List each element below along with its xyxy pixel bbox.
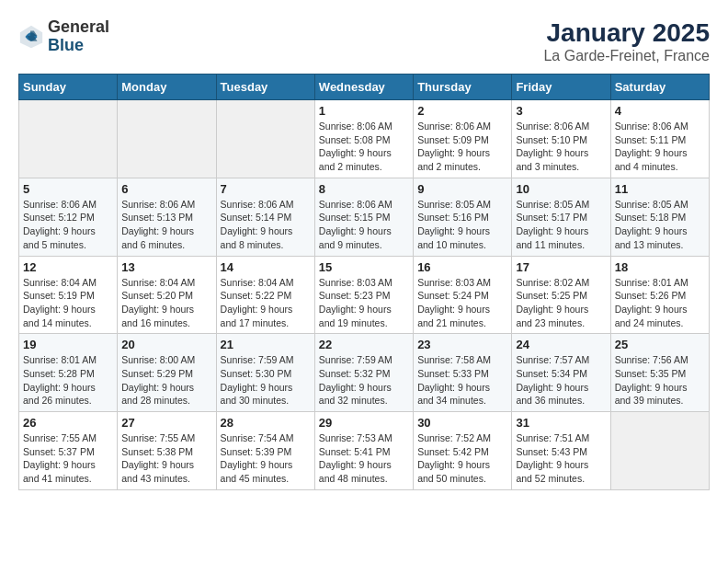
calendar-cell: 26Sunrise: 7:55 AMSunset: 5:37 PMDayligh…	[19, 412, 118, 490]
day-info: Sunrise: 8:04 AMSunset: 5:19 PMDaylight:…	[23, 276, 113, 330]
calendar-cell	[610, 412, 709, 490]
day-info: Sunrise: 7:59 AMSunset: 5:32 PMDaylight:…	[319, 353, 409, 408]
logo: General Blue	[18, 18, 109, 55]
day-info: Sunrise: 8:05 AMSunset: 5:18 PMDaylight:…	[615, 198, 705, 252]
day-info: Sunrise: 8:00 AMSunset: 5:29 PMDaylight:…	[121, 353, 211, 408]
day-info: Sunrise: 7:56 AMSunset: 5:35 PMDaylight:…	[615, 353, 705, 408]
calendar-cell: 12Sunrise: 8:04 AMSunset: 5:19 PMDayligh…	[19, 256, 118, 334]
calendar-cell: 30Sunrise: 7:52 AMSunset: 5:42 PMDayligh…	[414, 412, 512, 490]
day-info: Sunrise: 8:03 AMSunset: 5:24 PMDaylight:…	[417, 276, 507, 330]
day-info: Sunrise: 8:06 AMSunset: 5:13 PMDaylight:…	[121, 198, 211, 252]
day-number: 8	[319, 182, 409, 196]
calendar-cell: 6Sunrise: 8:06 AMSunset: 5:13 PMDaylight…	[118, 178, 216, 256]
calendar-cell: 23Sunrise: 7:58 AMSunset: 5:33 PMDayligh…	[414, 334, 512, 412]
col-header-saturday: Saturday	[610, 75, 709, 100]
day-number: 1	[319, 104, 409, 118]
calendar-cell: 31Sunrise: 7:51 AMSunset: 5:43 PMDayligh…	[512, 412, 610, 490]
day-number: 10	[516, 182, 606, 196]
day-number: 14	[221, 260, 311, 274]
week-row-5: 26Sunrise: 7:55 AMSunset: 5:37 PMDayligh…	[19, 412, 710, 490]
day-info: Sunrise: 8:06 AMSunset: 5:09 PMDaylight:…	[417, 120, 507, 174]
day-number: 31	[516, 416, 606, 430]
day-info: Sunrise: 8:06 AMSunset: 5:08 PMDaylight:…	[319, 120, 409, 174]
calendar-cell	[216, 100, 314, 178]
day-info: Sunrise: 8:06 AMSunset: 5:15 PMDaylight:…	[319, 198, 409, 252]
calendar-cell	[118, 100, 216, 178]
day-number: 24	[516, 338, 606, 351]
day-number: 28	[221, 416, 311, 430]
day-info: Sunrise: 7:53 AMSunset: 5:41 PMDaylight:…	[319, 431, 409, 486]
week-row-4: 19Sunrise: 8:01 AMSunset: 5:28 PMDayligh…	[19, 334, 710, 412]
day-info: Sunrise: 8:06 AMSunset: 5:11 PMDaylight:…	[615, 120, 705, 174]
calendar-cell: 9Sunrise: 8:05 AMSunset: 5:16 PMDaylight…	[414, 178, 512, 256]
day-number: 17	[516, 260, 606, 274]
calendar-header-row: SundayMondayTuesdayWednesdayThursdayFrid…	[19, 75, 710, 100]
col-header-wednesday: Wednesday	[314, 75, 413, 100]
calendar-cell: 2Sunrise: 8:06 AMSunset: 5:09 PMDaylight…	[414, 100, 512, 178]
day-number: 16	[417, 260, 507, 274]
day-info: Sunrise: 8:05 AMSunset: 5:16 PMDaylight:…	[417, 198, 507, 252]
calendar-cell: 29Sunrise: 7:53 AMSunset: 5:41 PMDayligh…	[314, 412, 413, 490]
page-header: General Blue January 2025 La Garde-Frein…	[18, 18, 710, 64]
day-info: Sunrise: 7:52 AMSunset: 5:42 PMDaylight:…	[417, 431, 507, 486]
day-number: 12	[23, 260, 113, 274]
day-info: Sunrise: 8:02 AMSunset: 5:25 PMDaylight:…	[516, 276, 606, 330]
day-number: 29	[319, 416, 409, 430]
day-info: Sunrise: 8:03 AMSunset: 5:23 PMDaylight:…	[319, 276, 409, 330]
calendar-cell: 18Sunrise: 8:01 AMSunset: 5:26 PMDayligh…	[610, 256, 709, 334]
day-number: 7	[221, 182, 311, 196]
day-number: 21	[221, 338, 311, 351]
logo-text: General Blue	[48, 18, 109, 55]
calendar-cell: 1Sunrise: 8:06 AMSunset: 5:08 PMDaylight…	[314, 100, 413, 178]
calendar-cell: 5Sunrise: 8:06 AMSunset: 5:12 PMDaylight…	[19, 178, 118, 256]
calendar-cell: 13Sunrise: 8:04 AMSunset: 5:20 PMDayligh…	[118, 256, 216, 334]
page-title: January 2025	[543, 18, 710, 48]
calendar-cell: 14Sunrise: 8:04 AMSunset: 5:22 PMDayligh…	[216, 256, 314, 334]
day-info: Sunrise: 7:59 AMSunset: 5:30 PMDaylight:…	[221, 353, 311, 408]
day-info: Sunrise: 7:55 AMSunset: 5:37 PMDaylight:…	[23, 431, 113, 486]
day-number: 20	[121, 338, 211, 351]
col-header-sunday: Sunday	[19, 75, 118, 100]
day-number: 19	[23, 338, 113, 351]
calendar-cell: 21Sunrise: 7:59 AMSunset: 5:30 PMDayligh…	[216, 334, 314, 412]
page-subtitle: La Garde-Freinet, France	[543, 48, 710, 64]
week-row-2: 5Sunrise: 8:06 AMSunset: 5:12 PMDaylight…	[19, 178, 710, 256]
day-info: Sunrise: 8:06 AMSunset: 5:10 PMDaylight:…	[516, 120, 606, 174]
calendar-cell: 20Sunrise: 8:00 AMSunset: 5:29 PMDayligh…	[118, 334, 216, 412]
day-number: 11	[615, 182, 705, 196]
calendar-cell: 3Sunrise: 8:06 AMSunset: 5:10 PMDaylight…	[512, 100, 610, 178]
day-number: 25	[615, 338, 705, 351]
day-info: Sunrise: 8:01 AMSunset: 5:28 PMDaylight:…	[23, 353, 113, 408]
week-row-3: 12Sunrise: 8:04 AMSunset: 5:19 PMDayligh…	[19, 256, 710, 334]
col-header-monday: Monday	[118, 75, 216, 100]
calendar-cell: 10Sunrise: 8:05 AMSunset: 5:17 PMDayligh…	[512, 178, 610, 256]
day-info: Sunrise: 8:06 AMSunset: 5:14 PMDaylight:…	[221, 198, 311, 252]
day-info: Sunrise: 8:04 AMSunset: 5:20 PMDaylight:…	[121, 276, 211, 330]
calendar-cell: 28Sunrise: 7:54 AMSunset: 5:39 PMDayligh…	[216, 412, 314, 490]
day-number: 3	[516, 104, 606, 118]
col-header-tuesday: Tuesday	[216, 75, 314, 100]
day-number: 22	[319, 338, 409, 351]
calendar-cell: 15Sunrise: 8:03 AMSunset: 5:23 PMDayligh…	[314, 256, 413, 334]
day-number: 18	[615, 260, 705, 274]
day-number: 9	[417, 182, 507, 196]
day-info: Sunrise: 8:01 AMSunset: 5:26 PMDaylight:…	[615, 276, 705, 330]
calendar-cell	[19, 100, 118, 178]
logo-icon	[18, 24, 44, 50]
calendar-table: SundayMondayTuesdayWednesdayThursdayFrid…	[18, 74, 710, 490]
day-number: 23	[417, 338, 507, 351]
day-number: 5	[23, 182, 113, 196]
day-info: Sunrise: 7:51 AMSunset: 5:43 PMDaylight:…	[516, 431, 606, 486]
day-info: Sunrise: 7:57 AMSunset: 5:34 PMDaylight:…	[516, 353, 606, 408]
calendar-cell: 7Sunrise: 8:06 AMSunset: 5:14 PMDaylight…	[216, 178, 314, 256]
day-info: Sunrise: 8:05 AMSunset: 5:17 PMDaylight:…	[516, 198, 606, 252]
calendar-cell: 4Sunrise: 8:06 AMSunset: 5:11 PMDaylight…	[610, 100, 709, 178]
day-number: 6	[121, 182, 211, 196]
day-info: Sunrise: 8:04 AMSunset: 5:22 PMDaylight:…	[221, 276, 311, 330]
day-number: 27	[121, 416, 211, 430]
day-number: 15	[319, 260, 409, 274]
day-info: Sunrise: 7:54 AMSunset: 5:39 PMDaylight:…	[221, 431, 311, 486]
day-number: 30	[417, 416, 507, 430]
title-block: January 2025 La Garde-Freinet, France	[543, 18, 710, 64]
day-info: Sunrise: 7:58 AMSunset: 5:33 PMDaylight:…	[417, 353, 507, 408]
